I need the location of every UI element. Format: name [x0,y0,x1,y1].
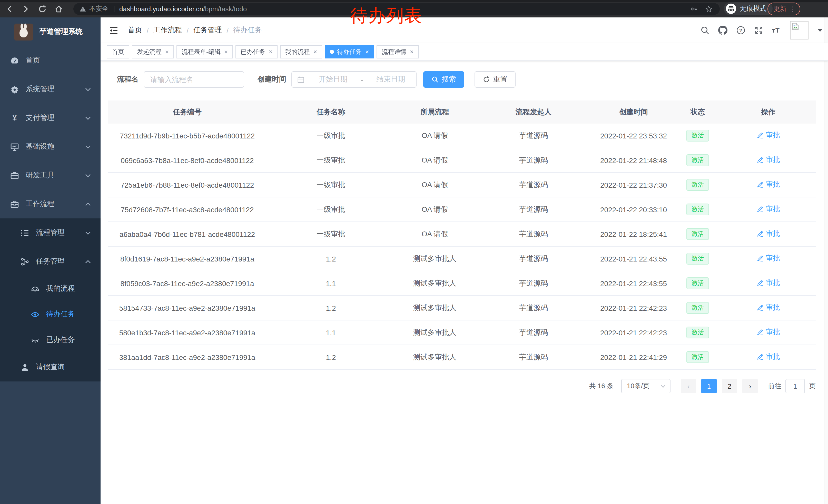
approve-button[interactable]: 审批 [756,180,780,189]
cell-task-id: 069c6a63-7b8a-11ec-8ef0-acde48001122 [108,148,267,173]
tab-close-icon[interactable]: × [224,49,228,55]
cell-starter: 芋道源码 [474,148,592,173]
bookmark-star-icon[interactable] [705,5,713,13]
reload-icon[interactable] [38,4,47,13]
goto-unit: 页 [809,381,816,391]
browser-update-button[interactable]: 更新 ⋮ [768,3,800,15]
column-header: 状态 [675,100,721,124]
approve-button[interactable]: 审批 [756,352,780,362]
cell-task-id: 58154733-7ac8-11ec-a9e2-a2380e71991a [108,295,267,320]
sidebar-toggle-icon[interactable] [109,26,119,35]
pagination: 共 16 条 10条/页 ‹12› 前往 页 [108,379,816,393]
user-avatar[interactable] [790,21,809,40]
cell-process: 测试多审批人 [395,345,474,369]
sidebar-item-my-process[interactable]: 我的流程 [0,276,100,302]
date-range-picker[interactable]: 开始日期 - 结束日期 [291,71,417,88]
incognito-label: 无痕模式 [740,4,767,13]
tab-close-icon[interactable]: × [269,49,273,55]
user-menu-caret-icon[interactable] [817,28,823,32]
help-icon[interactable]: ? [736,26,745,35]
next-page-button[interactable]: › [742,379,758,393]
sidebar-item-dev-tools[interactable]: 研发工具 [0,161,100,190]
pen-icon [756,329,763,336]
sidebar-item-leave-query[interactable]: 请假查询 [0,353,100,381]
cell-task-name: 一级审批 [267,222,395,246]
svg-text:T: T [776,27,780,34]
page-size-select[interactable]: 10条/页 [621,379,670,393]
cell-process: OA 请假 [395,222,474,246]
cell-task-id: a6aba0a4-7b6d-11ec-b781-acde48001122 [108,222,267,246]
fullscreen-icon[interactable] [754,26,763,35]
chevron-down-icon [85,86,91,93]
approve-button[interactable]: 审批 [756,131,780,140]
sidebar-item-home[interactable]: 首页 [0,46,100,75]
github-icon[interactable] [718,26,728,35]
start-date-placeholder[interactable]: 开始日期 [308,75,358,84]
approve-button[interactable]: 审批 [756,229,780,238]
tab-我的流程[interactable]: 我的流程× [280,45,322,58]
total-count: 共 16 条 [589,381,614,391]
approve-button[interactable]: 审批 [756,155,780,165]
breadcrumb-separator: / [227,26,229,34]
font-size-icon[interactable]: TT [772,26,781,35]
tab-发起流程[interactable]: 发起流程× [132,45,174,58]
search-icon[interactable] [700,26,709,35]
page-button-1[interactable]: 1 [701,379,717,393]
cell-task-id: 725a1eb6-7b88-11ec-8ef0-acde48001122 [108,173,267,197]
prev-page-button[interactable]: ‹ [681,379,696,393]
breadcrumb-item[interactable]: 任务管理 [194,26,222,35]
content-area: 首页/工作流程/任务管理/待办任务 ? TT 首页发起流程×流程表单-编辑×已办… [100,17,828,504]
cell-starter: 芋道源码 [474,271,592,295]
back-icon[interactable] [5,4,14,13]
sidebar-item-todo-tasks[interactable]: 待办任务 [0,302,100,327]
home-icon[interactable] [54,4,63,13]
cell-process: 测试多审批人 [395,246,474,271]
tab-close-icon[interactable]: × [365,49,369,55]
tab-已办任务[interactable]: 已办任务× [236,45,278,58]
cell-task-name: 一级审批 [267,124,395,148]
tab-待办任务[interactable]: 待办任务× [325,45,374,58]
process-name-input[interactable] [143,71,244,88]
logo-avatar [14,23,33,40]
sidebar-item-system-mgmt[interactable]: 系统管理 [0,75,100,103]
password-key-icon[interactable] [690,5,698,13]
reset-button[interactable]: 重置 [474,71,515,88]
sidebar-logo[interactable]: 芋道管理系统 [0,17,100,46]
tab-首页[interactable]: 首页 [107,45,129,58]
breadcrumb-item[interactable]: 工作流程 [153,26,182,35]
table-row: 73211d9d-7b9b-11ec-b5b7-acde48001122一级审批… [108,124,816,148]
tab-流程表单-编辑[interactable]: 流程表单-编辑× [176,45,233,58]
sidebar-item-task-mgmt[interactable]: 任务管理 [0,247,100,276]
sidebar-item-process-mgmt[interactable]: 流程管理 [0,218,100,247]
search-button[interactable]: 搜索 [423,71,464,88]
tab-close-icon[interactable]: × [410,49,413,55]
end-date-placeholder[interactable]: 结束日期 [366,75,416,84]
cell-task-id: 381aa1dd-7ac8-11ec-a9e2-a2380e71991a [108,345,267,369]
approve-button[interactable]: 审批 [756,303,780,312]
sidebar-item-payment-mgmt[interactable]: ¥支付管理 [0,103,100,132]
tab-close-icon[interactable]: × [165,49,169,55]
tab-流程详情[interactable]: 流程详情× [377,45,419,58]
status-badge: 激活 [687,351,709,363]
approve-button[interactable]: 审批 [756,204,780,214]
reset-button-label: 重置 [493,75,507,84]
approve-button[interactable]: 审批 [756,254,780,263]
sidebar-item-done-tasks[interactable]: 已办任务 [0,327,100,353]
sidebar-item-infrastructure[interactable]: 基础设施 [0,132,100,161]
approve-button[interactable]: 审批 [756,278,780,288]
page-scrollbar[interactable] [824,17,828,504]
cell-task-name: 一级审批 [267,173,395,197]
process-name-label: 流程名 [117,75,138,84]
browser-menu-dots-icon[interactable]: ⋮ [790,5,796,13]
approve-button[interactable]: 审批 [756,328,780,337]
sidebar-item-label: 首页 [26,56,40,65]
sidebar-item-workflow[interactable]: 工作流程 [0,190,100,218]
tags-view: 首页发起流程×流程表单-编辑×已办任务×我的流程×待办任务×流程详情× [100,43,828,61]
forward-icon[interactable] [22,4,30,13]
svg-text:?: ? [739,28,742,33]
cell-process: OA 请假 [395,173,474,197]
goto-page-input[interactable] [785,379,805,393]
breadcrumb-item[interactable]: 首页 [128,26,142,35]
tab-close-icon[interactable]: × [314,49,317,55]
page-button-2[interactable]: 2 [722,379,737,393]
